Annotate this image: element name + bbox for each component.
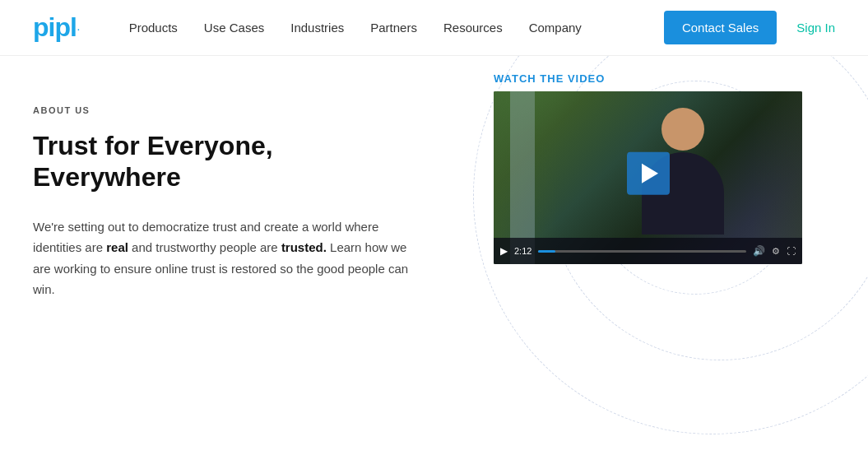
watch-label: WATCH THE VIDEO [494,72,802,85]
logo[interactable]: pipl. [33,12,80,43]
about-us-label: ABOUT US [33,105,411,115]
nav-item-industries[interactable]: Industries [290,21,344,35]
controls-volume-icon[interactable]: 🔊 [753,245,765,257]
body-text: We're setting out to democratize trust a… [33,216,411,300]
controls-progress-fill [538,250,555,253]
nav-right: Contact Sales Sign In [664,11,835,44]
nav-item-partners[interactable]: Partners [370,21,417,35]
nav-item-products[interactable]: Products [129,21,178,35]
contact-sales-button[interactable]: Contact Sales [664,11,777,44]
video-player[interactable]: ▶ 2:12 🔊 ⚙ ⛶ [494,91,802,264]
controls-progress-bar[interactable] [538,250,746,253]
nav-links: Products Use Cases Industries Partners R… [129,21,664,35]
body-text-real: real [106,240,128,254]
main-content: ABOUT US Trust for Everyone, Everywhere … [0,56,868,469]
person-head [661,108,704,151]
headline: Trust for Everyone, Everywhere [33,130,411,193]
nav-item-use-cases[interactable]: Use Cases [204,21,264,35]
body-text-mid: and trustworthy people are [128,240,281,254]
controls-settings-icon[interactable]: ⚙ [772,246,780,257]
video-controls-bar: ▶ 2:12 🔊 ⚙ ⛶ [494,238,802,264]
play-button[interactable] [627,152,670,195]
play-icon [642,164,658,183]
nav-item-company[interactable]: Company [529,21,582,35]
navbar: pipl. Products Use Cases Industries Part… [0,0,868,56]
controls-play-icon[interactable]: ▶ [500,245,508,257]
controls-time: 2:12 [514,246,531,256]
video-section: WATCH THE VIDEO ▶ 2:12 [494,72,802,264]
controls-fullscreen-icon[interactable]: ⛶ [787,246,796,256]
body-text-trusted: trusted. [281,240,327,254]
left-content: ABOUT US Trust for Everyone, Everywhere … [33,105,411,300]
nav-item-resources[interactable]: Resources [443,21,503,35]
sign-in-link[interactable]: Sign In [796,21,835,35]
logo-text: pipl [33,12,77,43]
logo-dot: . [77,24,80,32]
